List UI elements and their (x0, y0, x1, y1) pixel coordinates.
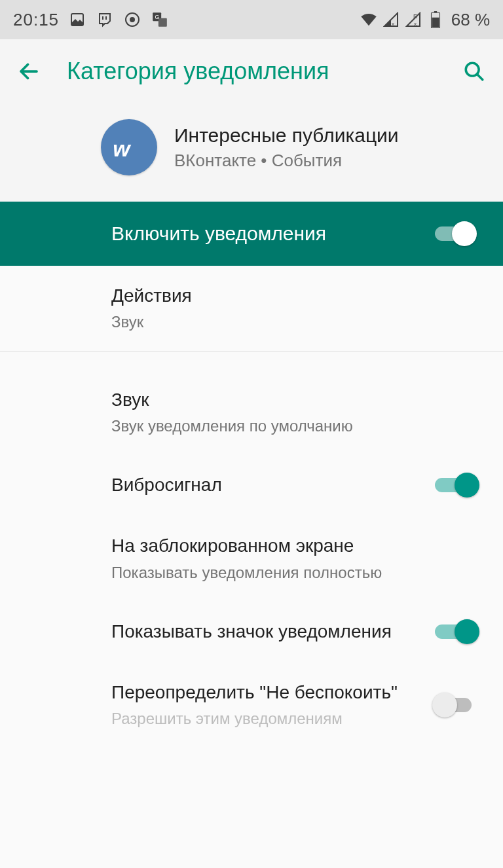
back-button[interactable] (16, 58, 42, 84)
setting-title: Звук (111, 388, 353, 412)
override-dnd-switch[interactable] (435, 693, 477, 717)
setting-title: Действия (111, 284, 192, 308)
app-logo-icon: w (101, 119, 157, 175)
search-icon (463, 60, 485, 82)
app-info-texts: Интересные публикации ВКонтакте • Событи… (174, 124, 399, 171)
translate-icon: G (151, 10, 169, 29)
master-toggle-row[interactable]: Включить уведомления (0, 202, 503, 266)
setting-subtitle: Звук уведомления по умолчанию (111, 416, 353, 436)
svg-rect-11 (432, 18, 439, 27)
svg-text:w: w (113, 136, 132, 161)
screen: 20:15 G x Rx (0, 0, 503, 868)
gallery-icon (68, 10, 86, 29)
svg-text:R: R (413, 13, 418, 20)
setting-actions[interactable]: Действия Звук (0, 266, 503, 351)
app-icon (123, 10, 141, 29)
setting-title: На заблокированном экране (111, 534, 382, 558)
setting-vibration[interactable]: Вибросигнал (0, 454, 503, 516)
svg-point-2 (130, 17, 135, 22)
settings-list: Действия Звук Звук Звук уведомления по у… (0, 266, 503, 868)
setting-title: Переопределить "Не беспокоить" (111, 681, 398, 704)
setting-subtitle: Разрешить этим уведомлениям (111, 708, 398, 729)
setting-sound[interactable]: Звук Звук уведомления по умолчанию (0, 370, 503, 455)
status-bar: 20:15 G x Rx (0, 0, 503, 39)
show-icon-switch[interactable] (435, 619, 477, 644)
channel-subtitle: ВКонтакте • События (174, 151, 399, 171)
setting-subtitle: Звук (111, 312, 192, 332)
section-gap (0, 352, 503, 370)
search-button[interactable] (461, 58, 487, 84)
svg-rect-4 (158, 18, 167, 27)
setting-show-icon[interactable]: Показывать значок уведомления (0, 601, 503, 662)
svg-rect-10 (434, 11, 437, 12)
signal-1-icon: x (382, 10, 400, 29)
vibration-switch[interactable] (435, 473, 477, 497)
status-left: 20:15 G (13, 10, 169, 30)
signal-2-icon: Rx (404, 10, 422, 29)
setting-subtitle: Показывать уведомления полностью (111, 562, 382, 583)
page-title: Категория уведомления (67, 58, 436, 85)
app-info-header: w Интересные публикации ВКонтакте • Собы… (0, 103, 503, 202)
app-bar: Категория уведомления (0, 39, 503, 103)
svg-text:x: x (414, 21, 417, 27)
arrow-back-icon (17, 60, 41, 83)
setting-title: Показывать значок уведомления (111, 620, 392, 643)
status-right: x Rx 68 % (360, 10, 490, 30)
setting-title: Вибросигнал (111, 473, 222, 497)
svg-text:G: G (155, 14, 159, 20)
master-toggle-switch[interactable] (435, 221, 477, 246)
channel-title: Интересные публикации (174, 124, 399, 147)
battery-text: 68 % (451, 10, 490, 30)
master-toggle-label: Включить уведомления (111, 223, 326, 245)
svg-text:x: x (392, 21, 394, 27)
battery-icon (426, 10, 445, 29)
setting-override-dnd[interactable]: Переопределить "Не беспокоить" Разрешить… (0, 662, 503, 748)
twitch-icon (96, 10, 114, 29)
status-time: 20:15 (13, 10, 59, 30)
wifi-icon (360, 10, 378, 29)
setting-lockscreen[interactable]: На заблокированном экране Показывать уве… (0, 516, 503, 601)
